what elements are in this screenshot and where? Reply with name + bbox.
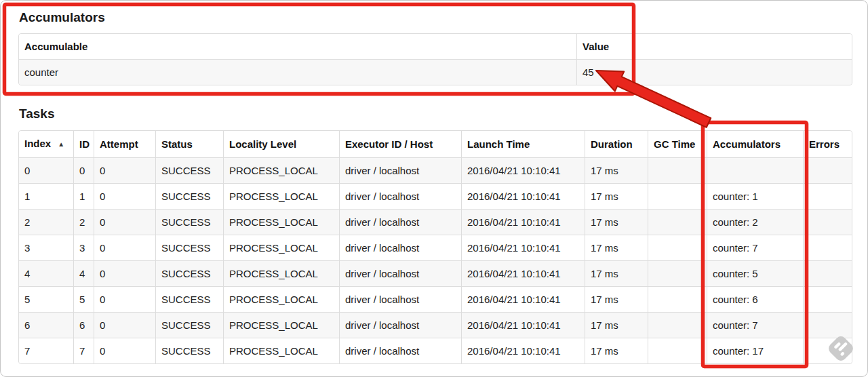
- cell-gc-time: [648, 235, 707, 260]
- column-header-accumulators[interactable]: Accumulators: [707, 131, 803, 157]
- column-header-index[interactable]: Index▲: [19, 131, 73, 157]
- cell-index: 2: [19, 209, 73, 235]
- column-header-id[interactable]: ID: [73, 131, 94, 157]
- cell-launch-time: 2016/04/21 10:10:41: [461, 157, 585, 183]
- column-header-executor-id-host[interactable]: Executor ID / Host: [339, 131, 461, 157]
- cell-attempt: 0: [94, 209, 155, 235]
- cell-errors: [803, 286, 852, 312]
- column-header-value[interactable]: Value: [576, 34, 852, 59]
- cell-locality-level: PROCESS_LOCAL: [223, 157, 339, 183]
- cell-errors: [803, 312, 852, 338]
- cell-locality-level: PROCESS_LOCAL: [223, 338, 339, 363]
- cell-index: 3: [19, 235, 73, 260]
- column-header-status[interactable]: Status: [155, 131, 223, 157]
- cell-id: 1: [73, 183, 94, 209]
- cell-errors: [803, 209, 852, 235]
- cell-executor-id-host: driver / localhost: [339, 260, 461, 286]
- cell-attempt: 0: [94, 286, 155, 312]
- cell-locality-level: PROCESS_LOCAL: [223, 183, 339, 209]
- cell-duration: 17 ms: [585, 209, 648, 235]
- cell-attempt: 0: [94, 235, 155, 260]
- cell-status: SUCCESS: [155, 235, 223, 260]
- cell-accumulators: counter: 5: [707, 260, 803, 286]
- cell-launch-time: 2016/04/21 10:10:41: [461, 183, 585, 209]
- cell-status: SUCCESS: [155, 157, 223, 183]
- cell-launch-time: 2016/04/21 10:10:41: [461, 209, 585, 235]
- task-row: 6 6 0 SUCCESS PROCESS_LOCAL driver / loc…: [19, 312, 852, 338]
- cell-attempt: 0: [94, 157, 155, 183]
- column-header-gc-time[interactable]: GC Time: [648, 131, 707, 157]
- column-header-index-label: Index: [24, 138, 51, 149]
- tasks-table: Index▲ ID Attempt Status Locality Level …: [18, 130, 852, 364]
- cell-attempt: 0: [94, 338, 155, 363]
- tasks-section-heading: Tasks: [19, 106, 867, 121]
- cell-launch-time: 2016/04/21 10:10:41: [461, 260, 585, 286]
- column-header-launch-time[interactable]: Launch Time: [461, 131, 585, 157]
- cell-errors: [803, 338, 852, 363]
- cell-locality-level: PROCESS_LOCAL: [223, 286, 339, 312]
- cell-executor-id-host: driver / localhost: [339, 157, 461, 183]
- cell-accumulable: counter: [19, 59, 576, 85]
- cell-index: 6: [19, 312, 73, 338]
- cell-index: 4: [19, 260, 73, 286]
- cell-gc-time: [648, 260, 707, 286]
- accumulators-section-heading: Accumulators: [19, 9, 867, 25]
- column-header-errors[interactable]: Errors: [803, 131, 852, 157]
- cell-duration: 17 ms: [585, 183, 648, 209]
- cell-gc-time: [648, 157, 707, 183]
- cell-launch-time: 2016/04/21 10:10:41: [461, 286, 585, 312]
- cell-executor-id-host: driver / localhost: [339, 209, 461, 235]
- cell-accumulators: counter: 7: [707, 235, 803, 260]
- cell-duration: 17 ms: [585, 312, 648, 338]
- sort-ascending-icon: ▲: [58, 140, 64, 148]
- cell-accumulator-value: 45: [576, 59, 852, 85]
- cell-executor-id-host: driver / localhost: [339, 312, 461, 338]
- cell-status: SUCCESS: [155, 260, 223, 286]
- cell-locality-level: PROCESS_LOCAL: [223, 235, 339, 260]
- cell-index: 1: [19, 183, 73, 209]
- task-row: 2 2 0 SUCCESS PROCESS_LOCAL driver / loc…: [19, 209, 852, 235]
- cell-executor-id-host: driver / localhost: [339, 286, 461, 312]
- cell-launch-time: 2016/04/21 10:10:41: [461, 235, 585, 260]
- cell-errors: [803, 260, 852, 286]
- cell-index: 7: [19, 338, 73, 363]
- cell-errors: [803, 235, 852, 260]
- cell-duration: 17 ms: [585, 286, 648, 312]
- column-header-attempt[interactable]: Attempt: [94, 131, 155, 157]
- cell-duration: 17 ms: [585, 157, 648, 183]
- task-row: 0 0 0 SUCCESS PROCESS_LOCAL driver / loc…: [19, 157, 852, 183]
- cell-id: 5: [73, 286, 94, 312]
- task-row: 7 7 0 SUCCESS PROCESS_LOCAL driver / loc…: [19, 338, 852, 363]
- cell-duration: 17 ms: [585, 338, 648, 363]
- task-row: 4 4 0 SUCCESS PROCESS_LOCAL driver / loc…: [19, 260, 852, 286]
- cell-attempt: 0: [94, 312, 155, 338]
- accumulators-table: Accumulable Value counter 45: [18, 33, 852, 85]
- cell-duration: 17 ms: [585, 235, 648, 260]
- cell-locality-level: PROCESS_LOCAL: [223, 260, 339, 286]
- tasks-table-header-row: Index▲ ID Attempt Status Locality Level …: [19, 131, 852, 157]
- cell-errors: [803, 183, 852, 209]
- cell-gc-time: [648, 209, 707, 235]
- page-content: Accumulators Accumulable Value counter 4…: [1, 1, 867, 364]
- cell-gc-time: [648, 338, 707, 363]
- cell-attempt: 0: [94, 183, 155, 209]
- spark-ui-page: Accumulators Accumulable Value counter 4…: [0, 0, 868, 377]
- column-header-accumulable[interactable]: Accumulable: [19, 34, 576, 59]
- cell-accumulators: counter: 2: [707, 209, 803, 235]
- cell-id: 3: [73, 235, 94, 260]
- cell-accumulators: counter: 1: [707, 183, 803, 209]
- cell-status: SUCCESS: [155, 286, 223, 312]
- cell-executor-id-host: driver / localhost: [339, 183, 461, 209]
- cell-launch-time: 2016/04/21 10:10:41: [461, 338, 585, 363]
- column-header-locality-level[interactable]: Locality Level: [223, 131, 339, 157]
- cell-locality-level: PROCESS_LOCAL: [223, 312, 339, 338]
- task-row: 1 1 0 SUCCESS PROCESS_LOCAL driver / loc…: [19, 183, 852, 209]
- cell-gc-time: [648, 286, 707, 312]
- accumulator-row: counter 45: [19, 59, 852, 85]
- cell-index: 5: [19, 286, 73, 312]
- cell-executor-id-host: driver / localhost: [339, 235, 461, 260]
- cell-gc-time: [648, 312, 707, 338]
- cell-id: 0: [73, 157, 94, 183]
- accumulators-table-header-row: Accumulable Value: [19, 34, 852, 59]
- column-header-duration[interactable]: Duration: [585, 131, 648, 157]
